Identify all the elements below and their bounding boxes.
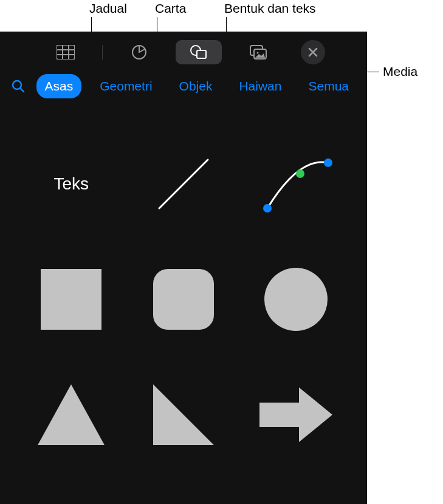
table-button[interactable] <box>43 40 89 64</box>
shape-text[interactable]: Teks <box>24 145 118 223</box>
media-icon <box>249 44 267 60</box>
arrow-right-icon <box>256 384 335 445</box>
tab-haiwan[interactable]: Haiwan <box>230 74 290 98</box>
triangle-icon <box>35 381 108 448</box>
shape-circle[interactable] <box>249 260 343 339</box>
square-icon <box>38 266 105 333</box>
close-button[interactable] <box>301 40 325 64</box>
svg-point-21 <box>264 268 328 331</box>
chart-icon <box>131 44 147 60</box>
curve-icon <box>256 151 335 217</box>
svg-point-17 <box>324 158 332 167</box>
svg-rect-7 <box>197 50 206 58</box>
shape-arrow-right[interactable] <box>249 375 343 454</box>
media-button[interactable] <box>235 40 281 64</box>
table-icon <box>57 45 75 60</box>
svg-line-14 <box>20 88 24 92</box>
tab-asas[interactable]: Asas <box>36 74 82 98</box>
shape-rounded-square[interactable] <box>137 260 231 339</box>
rounded-square-icon <box>150 266 217 333</box>
right-triangle-icon <box>150 381 217 448</box>
callout-chart: Carta <box>155 1 186 16</box>
svg-rect-20 <box>153 269 214 330</box>
svg-marker-22 <box>38 384 105 445</box>
tab-semua[interactable]: Semua <box>300 74 357 98</box>
category-tabs: Asas Geometri Objek Haiwan Semua <box>0 73 367 108</box>
svg-line-15 <box>159 160 208 208</box>
toolbar <box>0 32 367 73</box>
callout-media: Media <box>383 64 417 79</box>
shapes-icon <box>190 44 208 60</box>
shapes-grid: Teks <box>0 108 367 472</box>
shape-square[interactable] <box>24 260 118 339</box>
shape-right-triangle[interactable] <box>137 375 231 454</box>
svg-point-16 <box>263 204 272 213</box>
callout-shapes-text: Bentuk dan teks <box>224 1 316 16</box>
svg-point-18 <box>296 169 304 178</box>
shape-line[interactable] <box>137 145 231 223</box>
tab-geometri[interactable]: Geometri <box>91 74 160 98</box>
chart-button[interactable] <box>116 40 162 64</box>
line-icon <box>150 151 217 217</box>
callout-table: Jadual <box>89 1 127 16</box>
insert-panel: Asas Geometri Objek Haiwan Semua Teks <box>0 32 367 504</box>
search-button[interactable] <box>10 76 27 97</box>
shape-curve[interactable] <box>249 145 343 223</box>
svg-rect-0 <box>57 45 75 60</box>
search-icon <box>11 79 26 94</box>
svg-rect-19 <box>41 269 101 330</box>
close-icon <box>308 47 318 57</box>
circle-icon <box>263 266 329 333</box>
shapes-button[interactable] <box>176 40 222 64</box>
toolbar-divider <box>102 45 103 60</box>
svg-point-10 <box>256 52 258 54</box>
text-shape-label: Teks <box>54 174 89 194</box>
svg-marker-23 <box>153 384 214 445</box>
tab-objek[interactable]: Objek <box>171 74 221 98</box>
svg-marker-24 <box>259 387 332 442</box>
shape-triangle[interactable] <box>24 375 118 454</box>
